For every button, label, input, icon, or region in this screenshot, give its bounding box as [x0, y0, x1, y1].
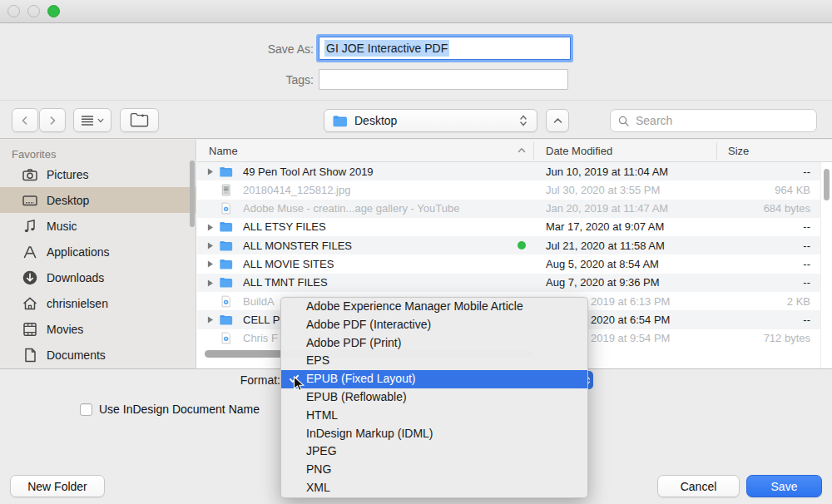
- minimize-button[interactable]: [27, 5, 40, 17]
- file-date: 2020 at 6:54 PM: [591, 314, 670, 326]
- format-menu-item[interactable]: Adobe PDF (Interactive): [281, 316, 587, 334]
- format-menu-item[interactable]: HTML: [281, 407, 587, 425]
- cancel-button[interactable]: Cancel: [657, 475, 740, 497]
- disclosure-triangle-icon[interactable]: [206, 223, 215, 232]
- sidebar-item-label: Desktop: [47, 194, 89, 207]
- folder-icon: [219, 165, 233, 179]
- file-size: --: [803, 258, 810, 270]
- file-size: --: [803, 314, 810, 326]
- sidebar-item-desktop[interactable]: Desktop: [0, 187, 196, 213]
- format-menu-item[interactable]: EPUB (Reflowable): [281, 388, 587, 407]
- folder-icon: [219, 313, 233, 327]
- file-name: CELL P: [243, 314, 280, 326]
- up-directory-button[interactable]: [546, 109, 569, 132]
- file-row[interactable]: ALL MOVIE SITESAug 5, 2020 at 8:54 AM--: [197, 254, 832, 273]
- file-date: Aug 5, 2020 at 8:54 AM: [546, 258, 659, 270]
- search-field[interactable]: [610, 109, 817, 132]
- use-indesign-name-checkbox[interactable]: [80, 403, 92, 416]
- column-header-name[interactable]: Name: [209, 145, 238, 157]
- titlebar: [0, 0, 832, 23]
- view-options-button[interactable]: [73, 108, 111, 132]
- folder-icon: [219, 239, 233, 253]
- green-tag-dot: [518, 241, 526, 250]
- format-menu-item[interactable]: JPEG: [281, 442, 587, 461]
- disclosure-triangle-icon[interactable]: [206, 315, 215, 324]
- format-label: Format:: [166, 373, 280, 387]
- disclosure-triangle-icon[interactable]: [206, 167, 215, 176]
- sidebar-item-label: Applications: [47, 245, 110, 259]
- format-menu-item-label: EPUB (Reflowable): [306, 390, 407, 403]
- sidebar-item-label: chrisnielsen: [47, 297, 108, 310]
- file-row[interactable]: 20180414_125812.jpgJul 30, 2020 at 3:55 …: [197, 180, 832, 199]
- use-indesign-name-label: Use InDesign Document Name: [99, 403, 260, 416]
- format-menu-item[interactable]: PNG: [281, 461, 587, 479]
- new-folder-toolbar-button[interactable]: [120, 108, 159, 132]
- sidebar-item-documents[interactable]: Documents: [0, 342, 196, 368]
- search-icon: [617, 115, 630, 127]
- file-size: --: [803, 220, 810, 233]
- file-row[interactable]: ALL TMNT FILESAug 7, 2020 at 9:36 PM--: [197, 274, 832, 292]
- file-size: 964 KB: [775, 184, 810, 196]
- column-header-size[interactable]: Size: [728, 145, 749, 157]
- chevron-left-icon: [20, 116, 30, 126]
- home-icon: [22, 295, 38, 312]
- forward-button[interactable]: [39, 108, 66, 132]
- music-note-icon: [22, 218, 38, 235]
- column-divider[interactable]: [716, 142, 717, 160]
- tags-label: Tags:: [166, 73, 314, 86]
- format-menu-item[interactable]: XML: [281, 479, 587, 497]
- file-row[interactable]: Adobe Muse - creatin...age gallery - You…: [197, 200, 832, 218]
- back-button[interactable]: [12, 108, 38, 132]
- vertical-scrollbar[interactable]: [824, 169, 830, 200]
- format-menu: Adobe Experience Manager Mobile ArticleA…: [280, 297, 588, 498]
- disclosure-triangle-icon[interactable]: [206, 279, 215, 288]
- file-name: ALL ETSY FILES: [243, 220, 326, 233]
- file-name: Chris F: [243, 332, 278, 344]
- sidebar-item-label: Movies: [47, 323, 83, 336]
- format-menu-item[interactable]: EPS: [281, 352, 587, 370]
- close-button[interactable]: [7, 5, 20, 17]
- save-dialog: Save As: GI JOE Interactive PDF Tags: De…: [0, 0, 832, 504]
- column-divider[interactable]: [533, 142, 534, 160]
- format-menu-item[interactable]: EPUB (Fixed Layout): [281, 370, 587, 388]
- search-input[interactable]: [634, 113, 800, 128]
- file-row[interactable]: 49 Pen Tool Art Show 2019Jun 10, 2019 at…: [197, 162, 832, 180]
- location-popup[interactable]: Desktop: [324, 109, 537, 132]
- sidebar-item-pictures[interactable]: Pictures: [0, 161, 196, 187]
- applications-icon: [22, 244, 38, 260]
- disclosure-triangle-icon[interactable]: [206, 259, 215, 269]
- zoom-button[interactable]: [47, 5, 60, 17]
- sidebar-item-movies[interactable]: Movies: [0, 316, 196, 342]
- document-icon: [22, 347, 38, 363]
- file-size: --: [803, 276, 810, 289]
- new-folder-button[interactable]: New Folder: [10, 475, 105, 497]
- file-row[interactable]: ALL ETSY FILESMar 17, 2020 at 9:07 AM--: [197, 218, 832, 236]
- file-size: --: [803, 240, 810, 252]
- use-indesign-name-row: Use InDesign Document Name: [80, 403, 260, 416]
- camera-icon: [22, 166, 38, 183]
- save-as-label: Save As:: [166, 42, 314, 56]
- sidebar-item-label: Music: [47, 220, 77, 233]
- sidebar-item-music[interactable]: Music: [0, 213, 196, 239]
- column-header-date[interactable]: Date Modified: [546, 145, 612, 157]
- format-menu-item[interactable]: Adobe PDF (Print): [281, 334, 587, 353]
- format-menu-item[interactable]: Adobe Experience Manager Mobile Article: [281, 298, 587, 316]
- save-button[interactable]: Save: [746, 475, 822, 497]
- file-size: 712 bytes: [764, 332, 810, 344]
- format-menu-item-label: HTML: [306, 408, 338, 422]
- sidebar-item-applications[interactable]: Applications: [0, 239, 196, 264]
- disclosure-triangle-icon[interactable]: [206, 241, 215, 250]
- format-menu-item[interactable]: InDesign Markup (IDML): [281, 425, 587, 443]
- toolbar: Desktop: [0, 100, 832, 139]
- format-menu-item-label: EPS: [306, 353, 329, 367]
- chevron-down-icon: [97, 117, 104, 124]
- file-date: 2019 at 6:13 PM: [591, 295, 670, 308]
- file-row[interactable]: ALL MONSTER FILESJul 21, 2020 at 11:58 A…: [197, 236, 832, 254]
- sidebar-item-chrisnielsen[interactable]: chrisnielsen: [0, 290, 196, 316]
- sidebar-scrollbar[interactable]: [190, 161, 195, 227]
- sidebar-item-downloads[interactable]: Downloads: [0, 264, 196, 290]
- tags-input[interactable]: [319, 69, 568, 90]
- save-as-input[interactable]: GI JOE Interactive PDF: [319, 37, 571, 60]
- image-file-icon: [219, 183, 233, 197]
- desktop-icon: [22, 192, 38, 209]
